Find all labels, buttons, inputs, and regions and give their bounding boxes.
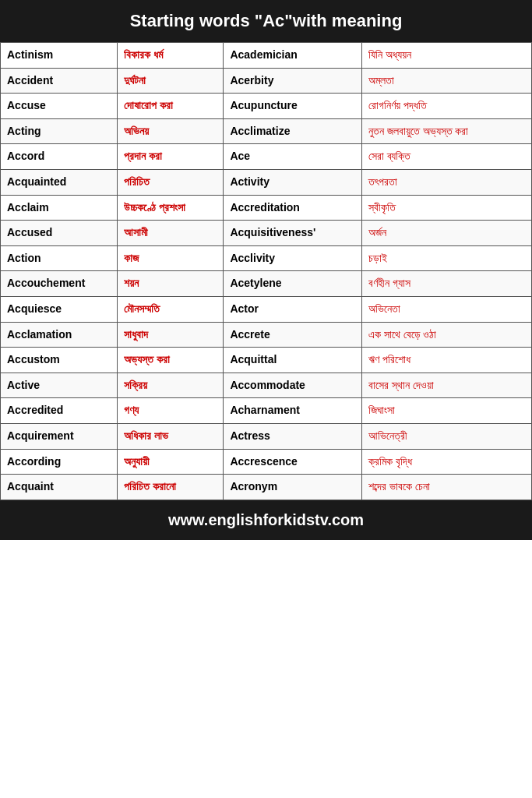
english-word-2: Acupuncture bbox=[224, 94, 361, 119]
table-row: Actinismবিকারক ধর্মAcademicianযিনি অধ্যয… bbox=[1, 43, 532, 69]
english-word-1: Action bbox=[1, 245, 118, 271]
english-word-2: Acetylene bbox=[224, 271, 361, 297]
english-word-2: Acerbity bbox=[224, 68, 361, 94]
bengali-meaning-1: প্রদান করা bbox=[118, 144, 224, 170]
table-row: Acclaimউচ্চকণ্ঠে প্রশংসাAccreditationস্ব… bbox=[1, 195, 532, 221]
header-title: Starting words "Ac"with meaning bbox=[130, 11, 403, 30]
english-word-1: Accord bbox=[1, 144, 118, 170]
english-word-1: Acclaim bbox=[1, 195, 118, 221]
table-row: Accreditedগণ্যAcharnamentজিঘাংসা bbox=[1, 398, 532, 424]
table-row: Accuseদোষারোপ করাAcupunctureরোগনির্ণয় প… bbox=[1, 94, 532, 119]
table-row: AcquaintedপরিচিতActivityতৎপরতা bbox=[1, 169, 532, 195]
bengali-meaning-2: রোগনির্ণয় পদ্ধতি bbox=[361, 94, 531, 119]
bengali-meaning-2: যিনি অধ্যয়ন bbox=[361, 43, 531, 69]
english-word-1: Acclamation bbox=[1, 322, 118, 348]
english-word-2: Acquittal bbox=[224, 348, 361, 373]
english-word-2: Actor bbox=[224, 296, 361, 322]
vocabulary-table-container: Actinismবিকারক ধর্মAcademicianযিনি অধ্যয… bbox=[0, 42, 532, 500]
english-word-1: Acquaint bbox=[1, 475, 118, 500]
bengali-meaning-1: বিকারক ধর্ম bbox=[118, 43, 224, 69]
english-word-2: Ace bbox=[224, 144, 361, 170]
table-row: Acquirementঅধিকার লাভActressআভিনেত্রী bbox=[1, 423, 532, 449]
bengali-meaning-1: অভ্যস্ত করা bbox=[118, 348, 224, 373]
english-word-2: Acclimatize bbox=[224, 118, 361, 144]
table-row: ActionকাজAcclivityচড়াই bbox=[1, 245, 532, 271]
english-word-1: Accredited bbox=[1, 398, 118, 424]
bengali-meaning-1: অনুযায়ী bbox=[118, 449, 224, 475]
bengali-meaning-2: অভিনেতা bbox=[361, 296, 531, 322]
english-word-1: Accident bbox=[1, 68, 118, 94]
bengali-meaning-1: মৌনসম্মতি bbox=[118, 296, 224, 322]
bengali-meaning-2: বর্ণহীন গ্যাস bbox=[361, 271, 531, 297]
page-footer: www.englishforkidstv.com bbox=[0, 500, 532, 540]
bengali-meaning-2: শব্দের ভাবকে চেনা bbox=[361, 475, 531, 500]
english-word-1: Acting bbox=[1, 118, 118, 144]
english-word-2: Acronym bbox=[224, 475, 361, 500]
bengali-meaning-1: সাধুবাদ bbox=[118, 322, 224, 348]
bengali-meaning-2: বাসের স্থান দেওয়া bbox=[361, 373, 531, 398]
page-header: Starting words "Ac"with meaning bbox=[0, 0, 532, 42]
english-word-2: Accommodate bbox=[224, 373, 361, 398]
bengali-meaning-1: দোষারোপ করা bbox=[118, 94, 224, 119]
bengali-meaning-1: অধিকার লাভ bbox=[118, 423, 224, 449]
bengali-meaning-2: তৎপরতা bbox=[361, 169, 531, 195]
table-row: Actingঅভিনয়Acclimatizeনুতন জলবায়ুতে অভ… bbox=[1, 118, 532, 144]
english-word-1: Acquirement bbox=[1, 423, 118, 449]
english-word-1: Accused bbox=[1, 221, 118, 246]
table-row: Acquaintপরিচিত করানোAcronymশব্দের ভাবকে … bbox=[1, 475, 532, 500]
english-word-2: Acharnament bbox=[224, 398, 361, 424]
table-row: Accouchementশয়নAcetyleneবর্ণহীন গ্যাস bbox=[1, 271, 532, 297]
table-row: Activeসক্রিয়Accommodateবাসের স্থান দেওয… bbox=[1, 373, 532, 398]
bengali-meaning-2: ক্রমিক বৃদ্ধি bbox=[361, 449, 531, 475]
bengali-meaning-1: আসামী bbox=[118, 221, 224, 246]
english-word-2: Activity bbox=[224, 169, 361, 195]
table-row: AccusedআসামীAcquisitiveness'অর্জন bbox=[1, 221, 532, 246]
vocabulary-table: Actinismবিকারক ধর্মAcademicianযিনি অধ্যয… bbox=[0, 42, 532, 500]
english-word-1: Actinism bbox=[1, 43, 118, 69]
bengali-meaning-1: পরিচিত করানো bbox=[118, 475, 224, 500]
bengali-meaning-1: গণ্য bbox=[118, 398, 224, 424]
bengali-meaning-2: ঋণ পরিশোধ bbox=[361, 348, 531, 373]
bengali-meaning-1: কাজ bbox=[118, 245, 224, 271]
english-word-2: Acquisitiveness' bbox=[224, 221, 361, 246]
english-word-1: Accustom bbox=[1, 348, 118, 373]
english-word-1: Active bbox=[1, 373, 118, 398]
bengali-meaning-1: দুর্ঘটনা bbox=[118, 68, 224, 94]
english-word-2: Accreditation bbox=[224, 195, 361, 221]
bengali-meaning-1: অভিনয় bbox=[118, 118, 224, 144]
table-row: Acquiesceমৌনসম্মতিActorঅভিনেতা bbox=[1, 296, 532, 322]
bengali-meaning-2: আভিনেত্রী bbox=[361, 423, 531, 449]
bengali-meaning-2: সেরা ব্যক্তি bbox=[361, 144, 531, 170]
table-row: Accordingঅনুযায়ীAccrescenceক্রমিক বৃদ্ধ… bbox=[1, 449, 532, 475]
bengali-meaning-1: উচ্চকণ্ঠে প্রশংসা bbox=[118, 195, 224, 221]
english-word-1: According bbox=[1, 449, 118, 475]
bengali-meaning-1: শয়ন bbox=[118, 271, 224, 297]
english-word-2: Acclivity bbox=[224, 245, 361, 271]
bengali-meaning-2: নুতন জলবায়ুতে অভ্যস্ত করা bbox=[361, 118, 531, 144]
english-word-2: Accrete bbox=[224, 322, 361, 348]
english-word-1: Acquainted bbox=[1, 169, 118, 195]
bengali-meaning-2: অম্লতা bbox=[361, 68, 531, 94]
bengali-meaning-2: জিঘাংসা bbox=[361, 398, 531, 424]
bengali-meaning-1: পরিচিত bbox=[118, 169, 224, 195]
table-row: Accordপ্রদান করাAceসেরা ব্যক্তি bbox=[1, 144, 532, 170]
table-row: Accustomঅভ্যস্ত করাAcquittalঋণ পরিশোধ bbox=[1, 348, 532, 373]
bengali-meaning-1: সক্রিয় bbox=[118, 373, 224, 398]
english-word-2: Academician bbox=[224, 43, 361, 69]
table-row: AcclamationসাধুবাদAccreteএক সাথে বেড়ে ও… bbox=[1, 322, 532, 348]
bengali-meaning-2: স্বীকৃতি bbox=[361, 195, 531, 221]
english-word-2: Accrescence bbox=[224, 449, 361, 475]
bengali-meaning-2: চড়াই bbox=[361, 245, 531, 271]
english-word-1: Accouchement bbox=[1, 271, 118, 297]
bengali-meaning-2: অর্জন bbox=[361, 221, 531, 246]
table-row: Accidentদুর্ঘটনাAcerbityঅম্লতা bbox=[1, 68, 532, 94]
footer-website: www.englishforkidstv.com bbox=[168, 511, 364, 528]
english-word-1: Acquiesce bbox=[1, 296, 118, 322]
english-word-1: Accuse bbox=[1, 94, 118, 119]
english-word-2: Actress bbox=[224, 423, 361, 449]
bengali-meaning-2: এক সাথে বেড়ে ওঠা bbox=[361, 322, 531, 348]
